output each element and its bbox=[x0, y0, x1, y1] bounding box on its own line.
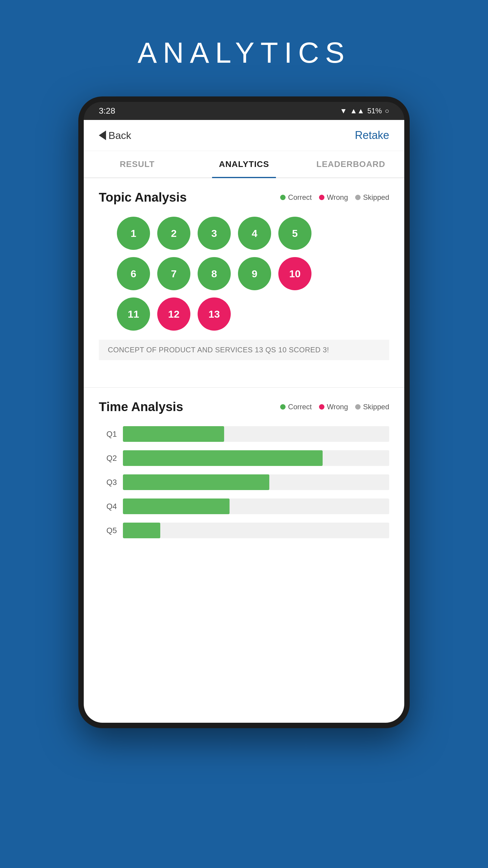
legend-correct: Correct bbox=[280, 193, 312, 202]
page-title: ANALYTICS bbox=[138, 36, 350, 69]
phone-screen: Back Retake RESULT ANALYTICS LEADERBOARD… bbox=[84, 120, 404, 723]
bubble-9[interactable]: 9 bbox=[238, 257, 271, 290]
bar-fill-q5 bbox=[123, 523, 160, 538]
tab-analytics[interactable]: ANALYTICS bbox=[191, 151, 298, 178]
time-legend-correct: Correct bbox=[280, 403, 312, 411]
tab-leaderboard[interactable]: LEADERBOARD bbox=[297, 151, 404, 178]
time-legend: Correct Wrong Skipped bbox=[280, 403, 389, 411]
battery-label: 51% bbox=[367, 107, 382, 115]
time-legend-wrong: Wrong bbox=[319, 403, 348, 411]
topic-analysis-section: Topic Analysis Correct Wrong Skipped bbox=[84, 178, 404, 384]
time-bar-chart: Q1 Q2 Q3 Q4 bbox=[99, 426, 389, 538]
topic-legend: Correct Wrong Skipped bbox=[280, 193, 389, 202]
bar-label-q5: Q5 bbox=[99, 526, 117, 535]
wrong-label: Wrong bbox=[327, 193, 348, 202]
time-analysis-header: Time Analysis Correct Wrong Skipped bbox=[99, 400, 389, 414]
bar-row-q1: Q1 bbox=[99, 426, 389, 442]
time-wrong-dot-icon bbox=[319, 404, 324, 410]
divider bbox=[84, 387, 404, 388]
topic-analysis-title: Topic Analysis bbox=[99, 190, 187, 205]
bubble-10[interactable]: 10 bbox=[278, 257, 312, 290]
bar-container-q5 bbox=[123, 523, 389, 538]
time-skipped-label: Skipped bbox=[363, 403, 389, 411]
bar-label-q4: Q4 bbox=[99, 502, 117, 511]
time-skipped-dot-icon bbox=[355, 404, 361, 410]
bar-fill-q1 bbox=[123, 426, 224, 442]
bubble-12[interactable]: 12 bbox=[157, 298, 190, 331]
bar-row-q4: Q4 bbox=[99, 498, 389, 514]
wifi-icon: ▼ bbox=[340, 107, 347, 115]
correct-dot-icon bbox=[280, 195, 286, 200]
bubble-8[interactable]: 8 bbox=[198, 257, 231, 290]
bar-container-q1 bbox=[123, 426, 389, 442]
bubbles-grid: 1 2 3 4 5 6 7 8 9 10 11 12 13 bbox=[99, 217, 389, 331]
time-correct-dot-icon bbox=[280, 404, 286, 410]
back-button[interactable]: Back bbox=[99, 130, 131, 141]
bar-container-q4 bbox=[123, 498, 389, 514]
retake-button[interactable]: Retake bbox=[355, 129, 389, 142]
bubble-13[interactable]: 13 bbox=[198, 298, 231, 331]
back-label: Back bbox=[108, 130, 131, 141]
legend-wrong: Wrong bbox=[319, 193, 348, 202]
bubbles-row-1: 1 2 3 4 5 bbox=[99, 217, 389, 250]
status-bar: 3:28 ▼ ▲▲ 51% ○ bbox=[84, 102, 404, 120]
time-analysis-section: Time Analysis Correct Wrong Skipped bbox=[84, 400, 404, 550]
bubble-2[interactable]: 2 bbox=[157, 217, 190, 250]
time-legend-skipped: Skipped bbox=[355, 403, 389, 411]
bar-fill-q4 bbox=[123, 498, 230, 514]
phone-frame: 3:28 ▼ ▲▲ 51% ○ Back Retake RESULT ANALY… bbox=[78, 96, 410, 728]
bar-row-q2: Q2 bbox=[99, 450, 389, 466]
status-time: 3:28 bbox=[99, 106, 116, 116]
time-wrong-label: Wrong bbox=[327, 403, 348, 411]
topic-analysis-header: Topic Analysis Correct Wrong Skipped bbox=[99, 190, 389, 205]
bubbles-row-3: 11 12 13 bbox=[99, 298, 389, 331]
signal-icon: ▲▲ bbox=[350, 107, 364, 115]
time-correct-label: Correct bbox=[288, 403, 312, 411]
correct-label: Correct bbox=[288, 193, 312, 202]
bar-label-q3: Q3 bbox=[99, 478, 117, 487]
topic-info: CONCEPT OF PRODUCT AND SERVICES 13 QS 10… bbox=[99, 340, 389, 360]
back-chevron-icon bbox=[99, 130, 106, 140]
bar-container-q2 bbox=[123, 450, 389, 466]
bar-container-q3 bbox=[123, 474, 389, 490]
bubble-3[interactable]: 3 bbox=[198, 217, 231, 250]
bar-row-q3: Q3 bbox=[99, 474, 389, 490]
tabs: RESULT ANALYTICS LEADERBOARD bbox=[84, 151, 404, 178]
bubble-4[interactable]: 4 bbox=[238, 217, 271, 250]
skipped-label: Skipped bbox=[363, 193, 389, 202]
bubble-11[interactable]: 11 bbox=[117, 298, 150, 331]
legend-skipped: Skipped bbox=[355, 193, 389, 202]
bar-fill-q2 bbox=[123, 450, 323, 466]
bubble-1[interactable]: 1 bbox=[117, 217, 150, 250]
bar-label-q2: Q2 bbox=[99, 454, 117, 463]
bubble-7[interactable]: 7 bbox=[157, 257, 190, 290]
bar-label-q1: Q1 bbox=[99, 430, 117, 439]
tab-result[interactable]: RESULT bbox=[84, 151, 191, 178]
status-icons: ▼ ▲▲ 51% ○ bbox=[340, 107, 389, 115]
wrong-dot-icon bbox=[319, 195, 324, 200]
nav-bar: Back Retake bbox=[84, 120, 404, 151]
skipped-dot-icon bbox=[355, 195, 361, 200]
bubble-5[interactable]: 5 bbox=[278, 217, 312, 250]
time-analysis-title: Time Analysis bbox=[99, 400, 183, 414]
bubbles-row-2: 6 7 8 9 10 bbox=[99, 257, 389, 290]
battery-icon: ○ bbox=[385, 107, 390, 115]
bar-fill-q3 bbox=[123, 474, 269, 490]
bubble-6[interactable]: 6 bbox=[117, 257, 150, 290]
bar-row-q5: Q5 bbox=[99, 523, 389, 538]
